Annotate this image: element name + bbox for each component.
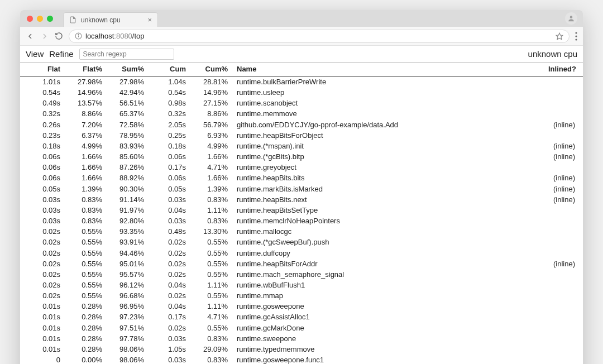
table-row[interactable]: 0.02s0.55%94.46%0.02s0.55%runtime.duffco…	[20, 248, 583, 258]
cell-name: runtime.memclrNoHeapPointers	[232, 215, 544, 226]
page-icon	[69, 16, 76, 23]
address-bar: localhost:8080/top	[20, 27, 583, 46]
col-cum-pct[interactable]: Cum%	[190, 63, 232, 76]
cell-cum-pct: 0.83%	[190, 215, 232, 226]
svg-point-3	[78, 34, 79, 35]
cell-cum-pct: 0.83%	[190, 355, 232, 364]
table-row[interactable]: 0.05s1.39%90.30%0.05s1.39%runtime.markBi…	[20, 184, 583, 194]
profile-avatar[interactable]	[565, 12, 577, 25]
col-flat-pct[interactable]: Flat%	[65, 63, 107, 76]
cell-cum: 0.05s	[149, 184, 190, 194]
menu-button[interactable]	[575, 32, 577, 41]
cell-inlined	[544, 248, 583, 258]
cell-sum-pct: 93.91%	[107, 237, 149, 247]
table-row[interactable]: 00.00%98.06%0.03s0.83%runtime.gosweepone…	[20, 355, 583, 364]
cell-cum: 0.06s	[149, 173, 190, 183]
cell-flat: 0.02s	[20, 280, 65, 290]
back-button[interactable]	[26, 32, 35, 41]
table-row[interactable]: 0.01s0.28%96.95%0.04s1.11%runtime.goswee…	[20, 301, 583, 312]
cell-inlined: (inline)	[544, 258, 583, 269]
table-row[interactable]: 0.01s0.28%97.51%0.02s0.55%runtime.gcMark…	[20, 323, 583, 333]
cell-flat-pct: 1.66%	[65, 173, 107, 183]
table-row[interactable]: 0.02s0.55%93.35%0.48s13.30%runtime.mallo…	[20, 226, 583, 237]
url-path: /top	[132, 32, 145, 40]
table-row[interactable]: 0.54s14.96%42.94%0.54s14.96%runtime.usle…	[20, 87, 583, 98]
cell-sum-pct: 78.95%	[107, 130, 149, 141]
cell-inlined	[544, 290, 583, 301]
table-row[interactable]: 0.49s13.57%56.51%0.98s27.15%runtime.scan…	[20, 98, 583, 108]
cell-inlined: (inline)	[544, 151, 583, 162]
cell-cum: 0.32s	[149, 108, 190, 119]
cell-cum: 1.05s	[149, 344, 190, 355]
cell-cum-pct: 6.93%	[190, 130, 232, 141]
url-input[interactable]: localhost:8080/top	[69, 30, 570, 43]
cell-flat-pct: 7.20%	[65, 119, 107, 130]
svg-marker-4	[556, 33, 563, 40]
cell-cum-pct: 14.96%	[190, 87, 232, 98]
profile-title: unknown cpu	[528, 49, 577, 59]
table-row[interactable]: 0.02s0.55%95.57%0.02s0.55%runtime.mach_s…	[20, 269, 583, 280]
table-row[interactable]: 0.03s0.83%91.14%0.03s0.83%runtime.heapBi…	[20, 194, 583, 205]
table-row[interactable]: 0.32s8.86%65.37%0.32s8.86%runtime.memmov…	[20, 108, 583, 119]
table-row[interactable]: 0.23s6.37%78.95%0.25s6.93%runtime.heapBi…	[20, 130, 583, 141]
cell-flat: 0.06s	[20, 173, 65, 183]
cell-sum-pct: 72.58%	[107, 119, 149, 130]
site-info-icon[interactable]	[75, 32, 82, 40]
forward-button[interactable]	[40, 32, 49, 41]
cell-flat-pct: 0.28%	[65, 312, 107, 322]
cell-sum-pct: 97.23%	[107, 312, 149, 322]
cell-name: runtime.heapBits.bits	[232, 173, 544, 183]
minimize-window-button[interactable]	[37, 16, 43, 22]
cell-inlined	[544, 226, 583, 237]
table-row[interactable]: 0.01s0.28%98.06%1.05s29.09%runtime.typed…	[20, 344, 583, 355]
table-row[interactable]: 0.02s0.55%93.91%0.02s0.55%runtime.(*gcSw…	[20, 237, 583, 247]
cell-inlined	[544, 237, 583, 247]
cell-inlined: (inline)	[544, 119, 583, 130]
table-row[interactable]: 0.02s0.55%95.01%0.02s0.55%runtime.heapBi…	[20, 258, 583, 269]
cell-sum-pct: 27.98%	[107, 76, 149, 88]
cell-flat: 0.02s	[20, 290, 65, 301]
cell-flat: 0.01s	[20, 301, 65, 312]
close-window-button[interactable]	[27, 16, 33, 22]
cell-sum-pct: 90.30%	[107, 184, 149, 194]
cell-flat: 0.05s	[20, 184, 65, 194]
cell-cum-pct: 1.11%	[190, 280, 232, 290]
table-row[interactable]: 1.01s27.98%27.98%1.04s28.81%runtime.bulk…	[20, 76, 583, 88]
close-tab-button[interactable]: ×	[147, 16, 152, 23]
col-flat[interactable]: Flat	[20, 63, 65, 76]
search-input[interactable]	[79, 49, 174, 60]
table-row[interactable]: 0.18s4.99%83.93%0.18s4.99%runtime.(*mspa…	[20, 141, 583, 151]
maximize-window-button[interactable]	[47, 16, 53, 22]
view-menu[interactable]: View	[26, 49, 44, 59]
table-row[interactable]: 0.06s1.66%88.92%0.06s1.66%runtime.heapBi…	[20, 173, 583, 183]
cell-name: runtime.gcAssistAlloc1	[232, 312, 544, 322]
cell-flat: 0.02s	[20, 269, 65, 280]
table-row[interactable]: 0.03s0.83%91.97%0.04s1.11%runtime.heapBi…	[20, 205, 583, 215]
cell-cum: 1.04s	[149, 76, 190, 88]
col-sum-pct[interactable]: Sum%	[107, 63, 149, 76]
cell-inlined	[544, 98, 583, 108]
table-row[interactable]: 0.26s7.20%72.58%2.05s56.79%github.com/ED…	[20, 119, 583, 130]
cell-name: runtime.bulkBarrierPreWrite	[232, 76, 544, 88]
cell-flat: 0.06s	[20, 162, 65, 173]
table-row[interactable]: 0.06s1.66%85.60%0.06s1.66%runtime.(*gcBi…	[20, 151, 583, 162]
table-row[interactable]: 0.03s0.83%92.80%0.03s0.83%runtime.memclr…	[20, 215, 583, 226]
refine-menu[interactable]: Refine	[49, 49, 73, 59]
cell-cum: 2.05s	[149, 119, 190, 130]
bookmark-icon[interactable]	[556, 32, 563, 40]
col-name[interactable]: Name	[232, 63, 544, 76]
col-cum[interactable]: Cum	[149, 63, 190, 76]
browser-window: unknown cpu × localhost:8080/top	[20, 10, 583, 364]
col-inlined[interactable]: Inlined?	[544, 63, 583, 76]
table-row[interactable]: 0.06s1.66%87.26%0.17s4.71%runtime.greyob…	[20, 162, 583, 173]
cell-name: runtime.(*gcBits).bitp	[232, 151, 544, 162]
table-row[interactable]: 0.01s0.28%97.23%0.17s4.71%runtime.gcAssi…	[20, 312, 583, 322]
table-row[interactable]: 0.02s0.55%96.12%0.04s1.11%runtime.wbBufF…	[20, 280, 583, 290]
cell-sum-pct: 95.01%	[107, 258, 149, 269]
browser-tab[interactable]: unknown cpu ×	[63, 12, 158, 27]
cell-inlined: (inline)	[544, 141, 583, 151]
table-row[interactable]: 0.02s0.55%96.68%0.02s0.55%runtime.mmap	[20, 290, 583, 301]
cell-cum: 0.02s	[149, 323, 190, 333]
reload-button[interactable]	[55, 32, 63, 40]
table-row[interactable]: 0.01s0.28%97.78%0.03s0.83%runtime.sweepo…	[20, 333, 583, 344]
